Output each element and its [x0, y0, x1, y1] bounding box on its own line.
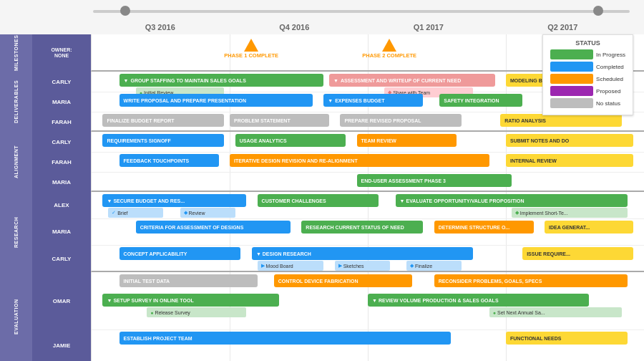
legend-proposed: Proposed — [550, 86, 625, 96]
status-legend: STATUS In Progress Completed Scheduled P… — [542, 34, 633, 115]
row-label-farah-del: FARAH — [32, 112, 91, 132]
row-label-milestones-owner: OWNER:NONE — [32, 34, 91, 72]
quarter-q2: Q2 2017 — [496, 23, 630, 32]
timeline-slider[interactable] — [93, 6, 630, 17]
bar-iterative[interactable]: ITERATIVE DESIGN REVISION AND RE-ALIGNME… — [230, 154, 489, 167]
sub-review: ◆Review — [180, 208, 235, 218]
main-container: Q3 2016 Q4 2016 Q1 2017 Q2 2017 STATUS I… — [0, 0, 644, 361]
bar-customer-challenges[interactable]: CUSTOMER CHALLENGES — [258, 194, 379, 207]
sub-finalize: ◆Finalize — [406, 261, 462, 271]
quarter-q3: Q3 2016 — [93, 23, 228, 32]
bar-setup-survey[interactable]: ▼SETUP SURVEY IN ONLINE TOOL — [102, 294, 279, 307]
legend-completed: Completed — [550, 62, 625, 72]
row-label-carly-del: CARLY — [32, 72, 91, 92]
row-label-alex-research: ALEX — [32, 192, 91, 218]
bar-reconsider[interactable]: RECONSIDER PROBLEMS, GOALS, SPECS — [434, 274, 628, 287]
row-label-carly-align: CARLY — [32, 132, 91, 152]
bar-design-research[interactable]: ▼DESIGN RESEARCH — [252, 247, 473, 260]
bar-criteria[interactable]: CRITERIA FOR ASSESSMENT OF DESIGNS — [136, 221, 291, 234]
slider-track — [93, 10, 630, 13]
row-label-farah-align: FARAH — [32, 152, 91, 172]
bar-group-staffing[interactable]: ▼GROUP STAFFING TO MAINTAIN SALES GOALS — [119, 74, 324, 87]
section-evaluation: EVALUATION — [0, 272, 32, 361]
legend-dot-no-status — [550, 98, 593, 108]
bar-problem-statement[interactable]: PROBLEM STATEMENT — [230, 114, 329, 127]
bar-establish[interactable]: ESTABLISH PROJECT TEAM — [119, 332, 451, 345]
bar-issue-require[interactable]: ISSUE REQUIRE... — [522, 247, 633, 260]
section-deliverables: DELIVERABLES — [0, 72, 32, 132]
section-research: RESEARCH — [0, 192, 32, 272]
legend-scheduled: Scheduled — [550, 74, 625, 84]
legend-label-proposed: Proposed — [596, 88, 620, 95]
bar-secure-budget[interactable]: ▼SECURE BUDGET AND RES... — [102, 194, 246, 207]
bar-ratio-analysis[interactable]: RATIO ANALYSIS — [500, 114, 622, 127]
bar-team-review[interactable]: TEAM REVIEW — [357, 134, 457, 147]
section-alignment: ALIGNMENT — [0, 132, 32, 192]
row-label-maria-align: MARIA — [32, 172, 91, 192]
bar-research-current[interactable]: RESEARCH CURRENT STATUS OF NEED — [301, 221, 423, 234]
quarter-q4: Q4 2016 — [228, 23, 362, 32]
bar-safety[interactable]: SAFETY INTEGRATION — [439, 94, 522, 107]
bar-finalize-budget[interactable]: FINALIZE BUDGET REPORT — [102, 114, 224, 127]
sub-mood-board: ▶Mood Board — [258, 261, 324, 271]
bar-functional-needs[interactable]: FUNCTIONAL NEEDS — [506, 332, 628, 345]
legend-dot-proposed — [550, 86, 593, 96]
milestone-phase2: PHASE 2 COMPLETE — [362, 39, 416, 59]
bar-evaluate[interactable]: ▼EVALUATE OPPORTUNITY/VALUE PROPOSITION — [396, 194, 628, 207]
bar-control-device[interactable]: CONTROL DEVICE FABRICATION — [274, 274, 412, 287]
legend-dot-completed — [550, 62, 593, 72]
bar-initial-test[interactable]: INITIAL TEST DATA — [119, 274, 258, 287]
milestone-phase1: PHASE 1 COMPLETE — [224, 39, 278, 59]
slider-handle-right[interactable] — [593, 6, 603, 16]
bar-write-proposal[interactable]: WRITE PROPOSAL AND PREPARE PRESENTATION — [119, 94, 313, 107]
row-label-maria-del: MARIA — [32, 92, 91, 112]
row-label-maria-research: MARIA — [32, 218, 91, 245]
section-milestones: MILESTONES — [0, 34, 32, 72]
bar-prepare-revised[interactable]: PREPARE REVISED PROPOSAL — [340, 114, 462, 127]
bar-assessment[interactable]: ▼ASSESSMENT AND WRITEUP OF CURRENT NEED — [329, 74, 495, 87]
bar-determine-structure[interactable]: DETERMINE STRUCTURE O... — [434, 221, 534, 234]
row-label-jamie-eval: JAMIE — [32, 329, 91, 361]
bar-end-user[interactable]: END-USER ASSESSMENT PHASE 3 — [357, 174, 512, 187]
sub-brief: ✓Brief — [108, 208, 163, 218]
bar-requirements[interactable]: REQUIREMENTS SIGNOFF — [102, 134, 224, 147]
legend-in-progress: In Progress — [550, 49, 625, 59]
bar-internal-review[interactable]: INTERNAL REVIEW — [506, 154, 633, 167]
legend-dot-scheduled — [550, 74, 593, 84]
legend-label-in-progress: In Progress — [596, 52, 625, 58]
legend-label-completed: Completed — [596, 64, 624, 70]
bar-submit-notes[interactable]: SUBMIT NOTES AND DO — [506, 134, 633, 147]
bar-idea-generat[interactable]: IDEA GENERAT... — [545, 221, 633, 234]
bar-usage-analytics[interactable]: USAGE ANALYTICS — [235, 134, 346, 147]
bar-concept[interactable]: CONCEPT APPLICABILITY — [119, 247, 241, 260]
bar-review-volume[interactable]: ▼REVIEW VOLUME PRODUCTION & SALES GOALS — [368, 294, 589, 307]
quarters-row: Q3 2016 Q4 2016 Q1 2017 Q2 2017 — [93, 20, 630, 34]
legend-label-scheduled: Scheduled — [596, 76, 623, 82]
sub-release-survey: ●Release Survey — [147, 307, 246, 317]
legend-no-status: No status — [550, 98, 625, 108]
sub-set-next: ●Set Next Annual Sa... — [489, 307, 622, 317]
legend-label-no-status: No status — [596, 100, 620, 107]
row-label-omar-eval: OMAR — [32, 272, 91, 329]
legend-title: STATUS — [550, 39, 625, 47]
bar-expenses[interactable]: ▼EXPENSES BUDGET — [323, 94, 423, 107]
sub-sketches: ▶Sketches — [335, 261, 390, 271]
sub-implement-short: ◆Implement Short-Te... — [512, 208, 628, 218]
bar-feedback[interactable]: FEEDBACK TOUCHPOINTS — [119, 154, 219, 167]
row-label-carly-research: CARLY — [32, 245, 91, 272]
legend-dot-in-progress — [550, 49, 593, 59]
quarter-q1: Q1 2017 — [361, 23, 496, 32]
slider-handle-left[interactable] — [120, 6, 130, 16]
